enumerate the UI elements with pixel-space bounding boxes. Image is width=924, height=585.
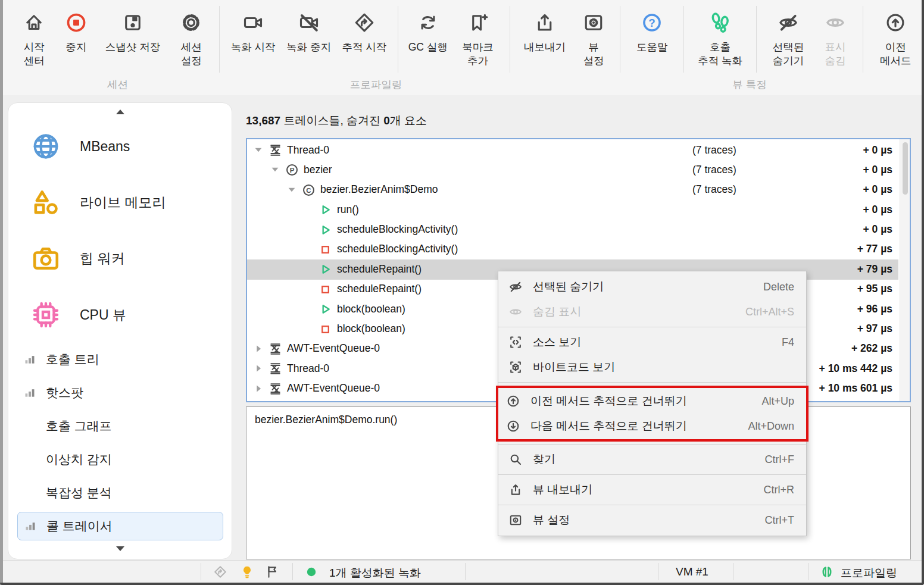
sidebar-item-call-tracer[interactable]: 콜 트레이서: [17, 512, 223, 540]
flag-icon[interactable]: [266, 565, 280, 579]
add-bookmark-button[interactable]: 북마크 추가: [452, 4, 504, 68]
toolbar-separator: [398, 6, 398, 73]
method-entry-icon: [319, 223, 332, 237]
search-icon: [508, 452, 523, 467]
menu-item-hide-selected[interactable]: 선택된 숨기기 Delete: [498, 274, 806, 299]
toolbar-separator: [219, 6, 220, 73]
window-border-bottom: [0, 583, 924, 585]
thread-icon: [269, 382, 282, 396]
run-gc-button[interactable]: GC 실행: [404, 4, 452, 54]
session-settings-button[interactable]: 세션 설정: [169, 4, 213, 68]
statusbar-separator: [658, 563, 658, 580]
tracking-status-icon[interactable]: [213, 565, 227, 579]
tree-row[interactable]: scheduleBlockingActivity() + 0 µs: [247, 220, 898, 240]
toolbar-separator: [863, 6, 863, 73]
statusbar-separator: [201, 563, 201, 580]
method-exit-icon: [319, 283, 332, 296]
start-tracking-button[interactable]: 추적 시작: [337, 4, 391, 54]
start-center-button[interactable]: 시작 센터: [13, 4, 55, 68]
view-settings-icon: [508, 513, 523, 527]
help-button[interactable]: ? 도움말: [626, 4, 678, 54]
method-entry-icon: [319, 302, 332, 316]
menu-item-skip-to-previous-method-trace[interactable]: 이전 메서드 추적으로 건너뛰기 Alt+Up: [498, 389, 806, 414]
mode-label: 프로파일링: [841, 565, 897, 581]
menu-item-skip-to-next-method-trace[interactable]: 다음 메서드 추적으로 건너뛰기 Alt+Down: [498, 414, 806, 439]
tree-row[interactable]: run() + 0 µs: [247, 200, 898, 220]
sidebar-item-heap-walker[interactable]: 힙 워커: [20, 233, 223, 283]
jprofiler-window: 시작 센터 중지 스냅샷 저장 세션 설정: [0, 0, 924, 585]
sidebar-scroll-down-button[interactable]: [8, 545, 232, 553]
stop-recordings-button[interactable]: 녹화 중지: [280, 4, 337, 54]
globe-icon: [31, 131, 62, 162]
sidebar-item-live-memory[interactable]: 라이브 메모리: [20, 177, 223, 227]
expander-collapsed-icon[interactable]: [253, 363, 264, 374]
hide-selected-button[interactable]: 선택된 숨기기: [763, 4, 814, 68]
connection-plug-icon: [820, 565, 834, 579]
expander-collapsed-icon[interactable]: [253, 343, 264, 354]
menu-item-find[interactable]: 찾기 Ctrl+F: [498, 447, 806, 472]
expander-expanded-icon[interactable]: [286, 184, 297, 195]
highlight-rectangle: 이전 메서드 추적으로 건너뛰기 Alt+Up 다음 메서드 추적으로 건너뛰기…: [496, 386, 808, 442]
footprints-icon: [709, 6, 732, 39]
hidden-count: 0: [383, 114, 390, 127]
tree-row[interactable]: Thread-0 (7 traces) + 0 µs: [247, 140, 898, 160]
sidebar-item-complexity-analysis[interactable]: 복잡성 분석: [17, 478, 223, 507]
view-settings-button[interactable]: 뷰 설정: [573, 4, 614, 68]
selected-trace-path: bezier.BezierAnim$Demo.run(): [255, 414, 397, 426]
vm-label: VM #1: [676, 565, 708, 578]
package-icon: P: [285, 163, 299, 177]
menu-item-export-view[interactable]: 뷰 내보내기 Ctrl+R: [498, 477, 806, 502]
previous-method-button[interactable]: 이전 메서드: [869, 4, 922, 68]
group-label-profiling: 프로파일링: [232, 77, 520, 92]
bookmark-plus-icon: [467, 6, 489, 39]
menu-item-view-settings[interactable]: 뷰 설정 Ctrl+T: [498, 508, 806, 533]
trace-count-header: 13,687 트레이스들, 숨겨진 0개 요소: [246, 113, 427, 129]
video-camera-off-icon: [298, 6, 320, 39]
class-icon: C: [302, 183, 316, 197]
camera-icon: [31, 243, 62, 274]
lightbulb-icon[interactable]: [240, 565, 254, 579]
save-snapshot-button[interactable]: 스냅샷 저장: [96, 4, 169, 54]
menu-item-show-bytecode[interactable]: 바이트코드 보기: [498, 355, 806, 380]
help-icon: ?: [641, 6, 663, 39]
sidebar-item-cpu-views[interactable]: CPU 뷰: [20, 290, 223, 340]
bar-chart-icon: [24, 387, 36, 399]
gear-icon: [180, 6, 202, 39]
eye-icon-disabled: [825, 6, 846, 39]
tree-row[interactable]: C bezier.BezierAnim$Demo (7 traces) + 0 …: [247, 180, 898, 200]
sidebar-item-hot-spots[interactable]: 핫스팟: [17, 378, 223, 407]
tree-scrollbar-thumb[interactable]: [903, 142, 908, 195]
menu-item-show-hidden[interactable]: 숨김 표시 Ctrl+Alt+S: [498, 299, 806, 324]
expander-expanded-icon[interactable]: [253, 145, 264, 155]
toolbar-separator: [510, 6, 510, 73]
sidebar-item-call-tree[interactable]: 호출 트리: [17, 345, 223, 374]
record-call-tracing-button[interactable]: 호출 추적 녹화: [690, 4, 750, 68]
view-settings-icon: [583, 6, 604, 39]
export-button[interactable]: 내보내기: [516, 4, 573, 54]
eye-off-icon: [508, 280, 523, 294]
expander-expanded-icon[interactable]: [270, 164, 280, 175]
sidebar-item-mbeans[interactable]: MBeans: [20, 121, 223, 171]
sidebar-scroll-up-button[interactable]: [8, 108, 232, 116]
tree-row[interactable]: scheduleBlockingActivity() + 77 µs: [247, 240, 898, 259]
view-sidebar: MBeans 라이브 메모리 힙 워커 CPU 뷰 호출 트리: [8, 102, 232, 559]
statusbar-separator: [465, 563, 466, 580]
start-recordings-button[interactable]: 녹화 시작: [226, 4, 280, 54]
sidebar-item-outlier-detection[interactable]: 이상치 감지: [17, 445, 223, 474]
navigate-diamond-icon: [354, 6, 375, 39]
gc-recycle-icon: [417, 6, 439, 39]
show-hidden-button[interactable]: 표시 숨김: [814, 4, 857, 68]
tree-row[interactable]: P bezier (7 traces) + 0 µs: [247, 160, 898, 180]
expander-collapsed-icon[interactable]: [253, 383, 264, 394]
recording-active-dot: [305, 566, 320, 580]
sidebar-item-call-graph[interactable]: 호출 그래프: [17, 412, 223, 440]
menu-separator: [498, 382, 806, 383]
stop-button[interactable]: 중지: [55, 4, 96, 54]
tree-scrollbar[interactable]: [900, 139, 910, 401]
circle-arrow-up-icon: [885, 6, 906, 39]
menu-item-show-source[interactable]: 소스 보기 F4: [498, 330, 806, 355]
home-icon: [23, 6, 45, 39]
method-entry-icon: [319, 262, 332, 276]
bar-chart-icon: [24, 353, 36, 365]
statusbar-separator: [733, 563, 733, 580]
